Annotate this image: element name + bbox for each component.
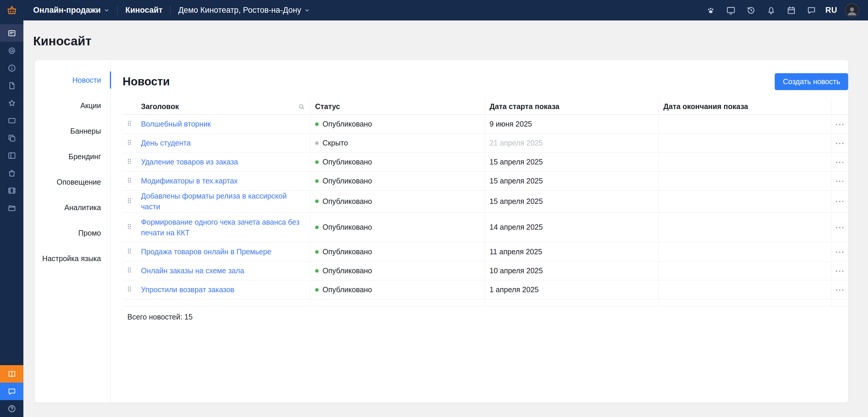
date-end-cell: [658, 115, 831, 133]
calendar-icon[interactable]: [785, 4, 798, 17]
news-total-count: Всего новостей: 15: [123, 307, 848, 327]
workspace-menu[interactable]: Онлайн-продажи: [33, 6, 110, 15]
chevron-down-icon: [304, 7, 310, 13]
drag-handle-icon[interactable]: [123, 172, 136, 190]
sidebar-item-mail[interactable]: [0, 42, 23, 59]
sidebar-item-copy[interactable]: [0, 129, 23, 147]
nav-item-branding[interactable]: Брендинг: [35, 144, 111, 169]
sidebar-item-help[interactable]: [0, 400, 23, 417]
page-title: Киносайт: [23, 21, 868, 48]
table-row: Формирование одного чека зачета аванса б…: [123, 212, 848, 243]
table-row: Волшебный вторник Опубликовано 9 июня 20…: [123, 115, 848, 134]
drag-handle-icon[interactable]: [123, 115, 136, 133]
date-end-cell: [658, 212, 831, 242]
date-end-cell: [658, 172, 831, 190]
drag-handle-icon[interactable]: [123, 134, 136, 152]
create-news-button[interactable]: Создать новость: [775, 73, 848, 90]
nav-item-news[interactable]: Новости: [35, 67, 111, 93]
drag-handle-icon[interactable]: [123, 190, 136, 212]
row-actions-icon[interactable]: [831, 134, 848, 152]
info-icon: [7, 64, 16, 72]
status-label: Опубликовано: [322, 266, 372, 275]
row-actions-icon[interactable]: [831, 172, 848, 190]
layout-icon: [7, 151, 16, 160]
status-cell: Опубликовано: [310, 190, 485, 212]
news-link[interactable]: Продажа товаров онлайн в Премьере: [141, 246, 271, 257]
row-actions-icon[interactable]: [831, 190, 848, 212]
status-label: Опубликовано: [322, 223, 372, 232]
news-link[interactable]: Упростили возврат заказов: [141, 284, 234, 295]
sidebar-item-layout[interactable]: [0, 147, 23, 164]
sidebar-item-docs-help[interactable]: [0, 365, 23, 383]
copy-icon: [7, 134, 16, 143]
row-actions-icon[interactable]: [831, 242, 848, 261]
status-label: Скрыто: [322, 139, 348, 147]
date-end-cell: [658, 280, 831, 299]
sidebar-item-support-chat[interactable]: [0, 383, 23, 400]
bell-icon[interactable]: [765, 4, 777, 17]
content-card: Новости Акции Баннеры Брендинг Оповещени…: [35, 60, 848, 403]
news-link[interactable]: Добавлены форматы релиза в кассирской ча…: [141, 190, 305, 212]
row-actions-icon[interactable]: [831, 261, 848, 280]
nav-item-banners[interactable]: Баннеры: [35, 118, 111, 144]
workspace-label: Онлайн-продажи: [33, 6, 101, 15]
news-link[interactable]: Волшебный вторник: [141, 119, 211, 129]
news-link[interactable]: Формирование одного чека зачета аванса б…: [141, 217, 305, 238]
drag-handle-icon[interactable]: [123, 153, 136, 171]
paw-icon[interactable]: [705, 4, 717, 17]
content: Новости Создать новость Заголовок Ста: [111, 60, 848, 403]
drag-handle-icon[interactable]: [123, 261, 136, 280]
app-logo[interactable]: [0, 0, 23, 21]
row-actions-icon[interactable]: [831, 153, 848, 171]
table-row: Добавлены форматы релиза в кассирской ча…: [123, 190, 848, 212]
drag-handle-icon[interactable]: [123, 280, 136, 299]
avatar[interactable]: [845, 3, 859, 18]
date-start-cell: 15 апреля 2025: [485, 172, 658, 190]
venue-menu[interactable]: Демо Кинотеатр, Ростов-на-Дону: [178, 6, 310, 15]
table-header-row: Заголовок Статус Дата старта показа Дата…: [123, 99, 848, 115]
sidebar-item-favorites[interactable]: [0, 94, 23, 112]
column-header-label: Заголовок: [141, 102, 179, 111]
table-row: Продажа товаров онлайн в Премьере Опубли…: [123, 242, 848, 261]
nav-item-promo[interactable]: Промо: [35, 220, 111, 246]
search-icon[interactable]: [298, 103, 305, 111]
screen: Онлайн-продажи Киносайт Демо Кинотеатр, …: [0, 0, 868, 417]
table-row: Удаление товаров из заказа Опубликовано …: [123, 153, 848, 172]
chat-icon[interactable]: [805, 4, 818, 17]
news-link[interactable]: День студента: [141, 138, 191, 148]
language-switcher[interactable]: RU: [825, 6, 837, 15]
topbar-actions: RU: [705, 3, 868, 18]
sidebar-item-schedule[interactable]: [0, 24, 23, 42]
nav-item-notifications[interactable]: Оповещение: [35, 169, 111, 195]
sidebar-item-film[interactable]: [0, 182, 23, 199]
drag-handle-icon[interactable]: [123, 242, 136, 261]
date-start-cell: 1 апреля 2025: [485, 280, 658, 299]
status-cell: Опубликовано: [310, 242, 485, 261]
sidebar-item-documents[interactable]: [0, 77, 23, 94]
nav-item-analytics[interactable]: Аналитика: [35, 195, 111, 220]
news-link[interactable]: Модификаторы в тех.картах: [141, 175, 238, 186]
status-cell: Опубликовано: [310, 261, 485, 280]
sidebar-item-banners[interactable]: [0, 112, 23, 129]
sidebar-item-shop[interactable]: [0, 164, 23, 182]
status-label: Опубликовано: [322, 177, 372, 185]
status-dot: [315, 160, 319, 164]
sidebar: [0, 21, 23, 417]
status-dot: [315, 141, 319, 145]
table-row: Упростили возврат заказов Опубликовано 1…: [123, 280, 848, 299]
row-actions-icon[interactable]: [831, 115, 848, 133]
drag-handle-icon[interactable]: [123, 212, 136, 242]
sidebar-item-movies[interactable]: [0, 199, 23, 217]
nav-item-language[interactable]: Настройка языка: [35, 246, 111, 271]
topbar-divider: [117, 6, 118, 15]
news-link[interactable]: Онлайн заказы на схеме зала: [141, 265, 244, 276]
status-dot: [315, 226, 319, 229]
column-header-actions: [831, 99, 848, 114]
monitor-icon[interactable]: [725, 4, 737, 17]
nav-item-promotions[interactable]: Акции: [35, 93, 111, 118]
history-icon[interactable]: [745, 4, 757, 17]
row-actions-icon[interactable]: [831, 212, 848, 242]
sidebar-item-info[interactable]: [0, 59, 23, 77]
row-actions-icon[interactable]: [831, 280, 848, 299]
news-link[interactable]: Удаление товаров из заказа: [141, 156, 238, 167]
